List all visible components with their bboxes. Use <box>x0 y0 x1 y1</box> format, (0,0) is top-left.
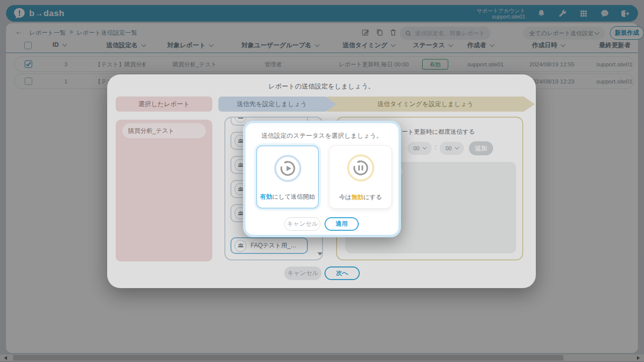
disable-option-card[interactable]: 今は無効にする <box>329 145 392 209</box>
pause-circle-icon <box>347 154 374 182</box>
dialog-cancel-button[interactable]: キャンセル <box>284 217 320 231</box>
enable-option-card[interactable]: 有効にして送信開始 <box>256 145 319 209</box>
screen: b→dash サポートアカウント support.site01 <box>0 0 644 362</box>
dialog-apply-button[interactable]: 適用 <box>325 217 359 231</box>
status-select-dialog: 送信設定のステータスを選択しましょう。 有効にして送信開始 <box>243 121 401 237</box>
play-circle-icon <box>274 155 301 182</box>
status-dialog-title: 送信設定のステータスを選択しましょう。 <box>246 132 398 140</box>
enable-option-label: 有効にして送信開始 <box>257 193 318 201</box>
disable-option-label: 今は無効にする <box>330 193 391 202</box>
